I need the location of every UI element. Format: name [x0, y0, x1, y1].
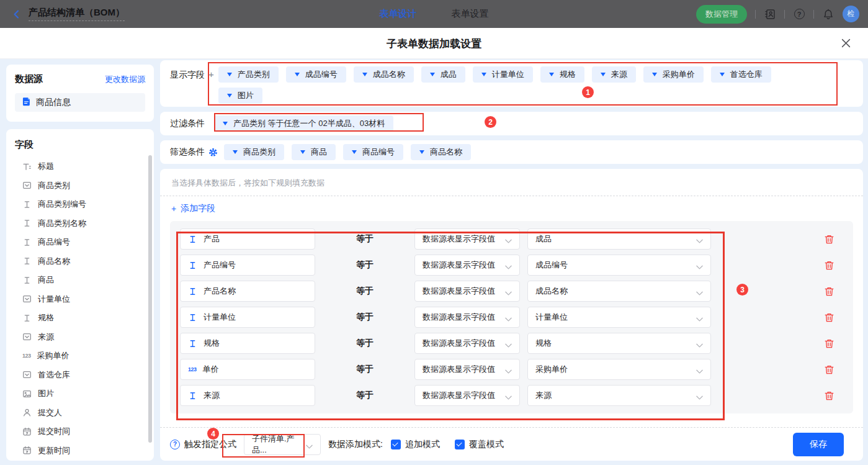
- form-title[interactable]: 产品结构清单（BOM）: [29, 7, 125, 21]
- add-field-button[interactable]: +添加字段: [160, 196, 241, 221]
- display-field-tag[interactable]: 计量单位: [473, 66, 533, 83]
- rule-value-dropdown[interactable]: 成品名称: [527, 281, 711, 302]
- delete-rule-icon[interactable]: [824, 286, 834, 297]
- rule-target-field[interactable]: 计量单位: [180, 307, 315, 328]
- screening-section: 筛选条件 商品类别 商品 商品编号 商品名称: [160, 140, 863, 164]
- delete-rule-icon[interactable]: [824, 391, 834, 401]
- rule-value-dropdown[interactable]: 计量单位: [527, 307, 711, 328]
- tab-form-settings[interactable]: 表单设置: [452, 8, 489, 20]
- display-field-tag[interactable]: 成品名称: [354, 66, 414, 83]
- delete-rule-icon[interactable]: [824, 312, 834, 323]
- text-icon: [188, 287, 197, 296]
- tab-form-design[interactable]: 表单设计: [380, 8, 417, 20]
- rule-value-dropdown[interactable]: 来源: [527, 385, 711, 406]
- rule-target-field[interactable]: 产品名称: [180, 281, 315, 302]
- select-icon: [22, 370, 32, 379]
- rule-target-field[interactable]: 规格: [180, 333, 315, 354]
- field-item[interactable]: 来源: [15, 328, 146, 347]
- field-item[interactable]: 商品名称: [15, 252, 146, 271]
- rule-source-dropdown[interactable]: 数据源表显示字段值: [414, 228, 520, 250]
- filter-condition-tag[interactable]: 产品类别 等于任意一个 02半成品、03材料: [214, 115, 393, 132]
- delete-rule-icon[interactable]: [824, 338, 834, 349]
- screening-tag[interactable]: 商品类别: [224, 144, 284, 160]
- display-field-tag[interactable]: 采购单价: [643, 66, 704, 83]
- screening-tag[interactable]: 商品名称: [411, 144, 471, 160]
- trigger-formula-dropdown[interactable]: 子件清单.产品...: [244, 434, 321, 455]
- field-item[interactable]: 标题: [15, 157, 146, 176]
- field-item[interactable]: 采购单价: [15, 346, 146, 366]
- save-button[interactable]: 保存: [793, 433, 844, 456]
- chevron-down-icon: [505, 393, 512, 398]
- title-icon: [22, 162, 32, 171]
- text-icon: [188, 235, 197, 244]
- rule-value-dropdown[interactable]: 规格: [527, 333, 711, 354]
- field-item[interactable]: 首选仓库: [15, 366, 146, 385]
- display-field-tag[interactable]: 产品类别: [218, 66, 279, 83]
- caret-down-icon: [233, 150, 238, 154]
- caret-down-icon: [430, 73, 435, 76]
- field-item[interactable]: 计量单位: [15, 290, 146, 309]
- display-field-tag[interactable]: 图片: [218, 88, 262, 104]
- field-item[interactable]: 提交时间: [15, 422, 146, 441]
- field-item[interactable]: 更新时间: [15, 441, 146, 461]
- rule-source-dropdown[interactable]: 数据源表显示字段值: [414, 385, 520, 406]
- caret-down-icon: [652, 73, 657, 76]
- rule-source-dropdown[interactable]: 数据源表显示字段值: [414, 281, 520, 302]
- rule-source-dropdown[interactable]: 数据源表显示字段值: [414, 333, 520, 354]
- field-item[interactable]: 规格: [15, 309, 146, 328]
- display-field-tag[interactable]: 来源: [592, 66, 636, 83]
- field-item[interactable]: 商品编号: [15, 233, 146, 252]
- rule-target-field[interactable]: 产品: [180, 228, 315, 250]
- delete-rule-icon[interactable]: [824, 364, 834, 375]
- fields-scrollbar[interactable]: [148, 155, 152, 443]
- field-item[interactable]: 商品: [15, 271, 146, 290]
- rule-row: 来源 等于 数据源表显示字段值 来源: [180, 385, 843, 406]
- fill-rules-section: 当选择具体数据后，将按如下规则填充数据 +添加字段 产品 等于 数据源表显示字段…: [160, 169, 863, 461]
- chevron-down-icon: [306, 442, 313, 447]
- gear-icon[interactable]: [208, 148, 218, 157]
- help-icon[interactable]: ?: [170, 440, 180, 449]
- screening-tag[interactable]: 商品编号: [343, 144, 403, 160]
- field-item[interactable]: 提交人: [15, 404, 146, 423]
- rule-target-field[interactable]: 产品编号: [180, 255, 315, 276]
- delete-rule-icon[interactable]: [824, 234, 834, 245]
- close-icon[interactable]: [839, 37, 852, 50]
- rule-target-field[interactable]: 来源: [180, 385, 315, 406]
- calendar-icon: [22, 427, 32, 436]
- display-field-tag[interactable]: 首选仓库: [711, 66, 771, 83]
- change-datasource-link[interactable]: 更改数据源: [105, 74, 145, 85]
- rule-value-dropdown[interactable]: 采购单价: [527, 359, 711, 380]
- field-item[interactable]: 商品类别编号: [15, 195, 146, 214]
- rule-value-dropdown[interactable]: 成品编号: [527, 255, 711, 276]
- caret-down-icon: [601, 73, 606, 76]
- display-field-tag[interactable]: 成品编号: [286, 66, 346, 83]
- rule-operator: 等于: [356, 286, 386, 297]
- datasource-item[interactable]: 商品信息: [15, 93, 145, 112]
- rule-source-dropdown[interactable]: 数据源表显示字段值: [414, 359, 520, 380]
- field-item[interactable]: 商品类别: [15, 176, 146, 196]
- field-item[interactable]: 图片: [15, 384, 146, 404]
- dialog-header: 子表单数据加载设置: [0, 28, 868, 59]
- data-manage-button[interactable]: 数据管理: [696, 5, 747, 24]
- rule-target-field[interactable]: 单价: [180, 359, 315, 380]
- rule-source-dropdown[interactable]: 数据源表显示字段值: [414, 255, 520, 276]
- divider: [160, 196, 863, 196]
- rule-source-dropdown[interactable]: 数据源表显示字段值: [414, 307, 520, 328]
- field-item[interactable]: 商品类别名称: [15, 214, 146, 233]
- rule-value-dropdown[interactable]: 成品: [527, 228, 711, 250]
- delete-rule-icon[interactable]: [824, 260, 834, 271]
- display-field-tag[interactable]: 规格: [540, 66, 584, 83]
- bell-icon[interactable]: [822, 8, 834, 20]
- display-field-tag[interactable]: 成品: [421, 66, 465, 83]
- avatar[interactable]: 检: [843, 6, 859, 22]
- screening-tag[interactable]: 商品: [292, 144, 336, 160]
- back-icon[interactable]: [10, 7, 24, 21]
- text-icon: [188, 391, 197, 400]
- overwrite-mode-checkbox[interactable]: 覆盖模式: [455, 439, 504, 450]
- help-icon[interactable]: ?: [793, 8, 805, 20]
- append-mode-checkbox[interactable]: 追加模式: [391, 439, 440, 450]
- rule-row: 计量单位 等于 数据源表显示字段值 计量单位: [180, 307, 843, 328]
- caret-down-icon: [300, 150, 305, 154]
- add-display-field-icon[interactable]: +: [208, 69, 214, 79]
- contacts-icon[interactable]: [764, 8, 776, 20]
